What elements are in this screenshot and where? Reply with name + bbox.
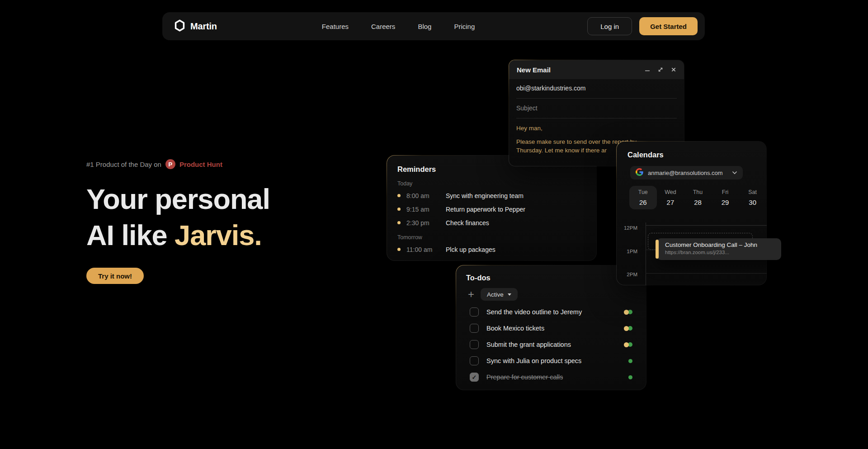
chevron-down-icon[interactable] (732, 171, 737, 175)
reminder-time: 2:30 pm (406, 219, 437, 227)
brand-name: Martin (190, 21, 217, 32)
reminder-dot-icon (397, 194, 401, 197)
chevron-down-icon (508, 293, 511, 296)
hero-section: #1 Product of the Day on P Product Hunt … (86, 159, 376, 284)
reminder-task: Return paperwork to Pepper (446, 206, 525, 213)
calendar-day[interactable]: Wed 27 (657, 186, 684, 209)
reminder-task: Sync with engineering team (446, 192, 524, 199)
reminder-row[interactable]: 8:00 am Sync with engineering team (397, 191, 585, 200)
day-name: Wed (665, 189, 676, 195)
todo-task-done: Prepare for customer calls (486, 373, 563, 381)
todo-task: Book Mexico tickets (486, 325, 544, 332)
nav-link-blog[interactable]: Blog (418, 23, 431, 30)
reminder-task: Check finances (446, 219, 489, 227)
window-controls (644, 67, 676, 73)
reminders-group-tomorrow: Tomorrow (397, 234, 585, 241)
todo-task: Send the video outline to Jeremy (486, 308, 582, 316)
add-todo-icon[interactable]: + (468, 290, 474, 299)
todos-filter-label: Active (487, 291, 504, 298)
grid-line (646, 225, 766, 226)
email-subject-field[interactable]: Subject (516, 99, 677, 118)
event-accent-bar (656, 240, 659, 259)
expand-icon[interactable] (657, 67, 663, 73)
todo-row: Submit the grant applications (466, 340, 636, 350)
event-zoom-link[interactable]: https://bran.zoom.us/j/233... (665, 250, 781, 255)
nav-link-pricing[interactable]: Pricing (454, 23, 475, 30)
todo-task: Sync with Julia on product specs (486, 357, 581, 364)
todo-checkbox[interactable] (470, 340, 479, 349)
navbar: Martin Features Careers Blog Pricing Log… (162, 12, 705, 40)
event-title: Customer Onboarding Call – John (665, 241, 781, 248)
todo-checkbox-checked[interactable]: ✓ (470, 373, 479, 382)
todo-row: Book Mexico tickets (466, 323, 636, 333)
todo-indicator-green-icon[interactable] (628, 359, 632, 363)
todo-indicator-dual-icon[interactable] (624, 310, 632, 315)
todo-row: Send the video outline to Jeremy (466, 307, 636, 317)
product-hunt-badge: #1 Product of the Day on P Product Hunt (86, 159, 376, 169)
day-name: Sat (748, 189, 757, 195)
day-number: 29 (722, 199, 729, 206)
day-number: 27 (667, 199, 675, 206)
nav-actions: Log in Get Started (587, 17, 698, 35)
reminder-time: 11:00 am (406, 246, 437, 253)
brand[interactable]: Martin (174, 19, 217, 33)
todo-checkbox[interactable] (470, 356, 479, 365)
page: Martin Features Careers Blog Pricing Log… (0, 0, 868, 449)
todo-row: ✓ Prepare for customer calls (466, 372, 636, 382)
calendar-event-tooltip[interactable]: Customer Onboarding Call – John https://… (656, 238, 781, 260)
todos-filter-dropdown[interactable]: Active (481, 288, 518, 301)
grid-line (646, 273, 766, 274)
martin-logo-hexagon-icon (174, 19, 185, 33)
calendars-title: Calendars (617, 151, 766, 159)
nav-links: Features Careers Blog Pricing (322, 23, 475, 30)
get-started-button[interactable]: Get Started (639, 17, 698, 35)
grid-vertical-line (646, 222, 646, 285)
time-label: 2PM (617, 272, 637, 277)
reminder-time: 8:00 am (406, 192, 437, 199)
calendar-day[interactable]: Fri 29 (712, 186, 739, 209)
todos-title: To-dos (466, 274, 636, 282)
todo-checkbox[interactable] (470, 324, 479, 333)
reminder-row[interactable]: 2:30 pm Check finances (397, 218, 585, 227)
calendars-card: Calendars anmarie@bransolutions.com Tue … (616, 141, 767, 285)
calendar-day[interactable]: Thu 28 (684, 186, 712, 209)
calendar-account-email: anmarie@bransolutions.com (648, 170, 723, 176)
day-number: 26 (639, 199, 647, 206)
hero-heading-line2: AI like (86, 219, 175, 251)
todo-indicator-dual-icon[interactable] (624, 342, 632, 347)
login-button[interactable]: Log in (587, 17, 632, 35)
reminder-row[interactable]: 9:15 am Return paperwork to Pepper (397, 204, 585, 214)
email-titlebar[interactable]: New Email (509, 60, 684, 79)
email-window-title: New Email (517, 66, 551, 74)
todo-task: Submit the grant applications (486, 341, 571, 348)
badge-prefix-text: #1 Product of the Day on (86, 161, 161, 168)
calendar-day[interactable]: Sat 30 (739, 186, 766, 209)
day-name: Thu (693, 189, 703, 195)
close-icon[interactable] (670, 67, 676, 73)
reminder-dot-icon (397, 248, 401, 251)
todo-indicator-dual-icon[interactable] (624, 326, 632, 331)
day-number: 28 (694, 199, 702, 206)
hero-heading-line1: Your personal (86, 183, 270, 215)
email-to-field[interactable]: obi@starkindustries.com (516, 79, 677, 99)
product-hunt-icon: P (165, 159, 175, 169)
reminder-task: Plck up packages (446, 246, 495, 253)
reminders-card: Reminders Today 8:00 am Sync with engine… (387, 155, 597, 261)
product-hunt-label[interactable]: Product Hunt (179, 161, 222, 168)
nav-link-features[interactable]: Features (322, 23, 349, 30)
todo-checkbox[interactable] (470, 307, 479, 317)
calendar-day-selected[interactable]: Tue 26 (629, 186, 657, 209)
reminder-row[interactable]: 11:00 am Plck up packages (397, 245, 585, 254)
todo-indicator-green-icon[interactable] (628, 375, 632, 379)
calendar-account-selector[interactable]: anmarie@bransolutions.com (630, 166, 743, 180)
reminders-group-today: Today (397, 180, 585, 187)
reminder-time: 9:15 am (406, 206, 437, 213)
minimize-icon[interactable] (644, 67, 650, 73)
hero-heading-highlight: Jarvis. (175, 219, 262, 251)
day-name: Tue (638, 189, 648, 195)
try-it-now-button[interactable]: Try it now! (86, 268, 144, 284)
nav-link-careers[interactable]: Careers (371, 23, 395, 30)
time-label: 1PM (617, 249, 637, 254)
email-body-greeting[interactable]: Hey man, (516, 118, 677, 132)
reminder-dot-icon (397, 221, 401, 224)
